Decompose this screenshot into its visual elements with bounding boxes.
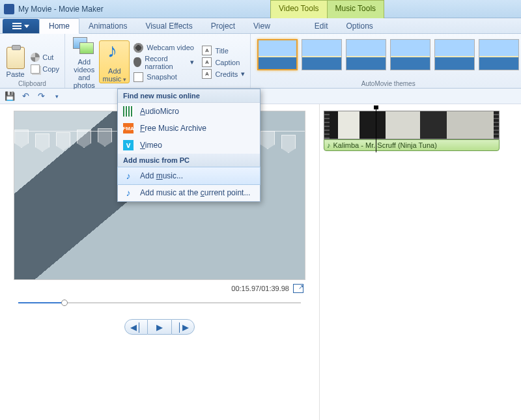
automovie-theme-1[interactable] — [257, 39, 298, 70]
group-label-automovie: AutoMovie themes — [251, 80, 521, 87]
seek-slider[interactable] — [18, 298, 301, 307]
dropdown-item-add-music-current[interactable]: ♪Add music at the current point... — [118, 184, 260, 201]
cut-button[interactable]: Cut — [29, 52, 61, 63]
fma-icon: FMA — [123, 123, 134, 133]
automovie-theme-5[interactable] — [434, 39, 475, 70]
add-music-button[interactable]: Add music ▾ — [99, 40, 130, 83]
caption-icon: A — [202, 57, 212, 67]
tab-edit[interactable]: Edit — [305, 19, 337, 33]
dropdown-header-pc: Add music from PC — [118, 154, 260, 167]
camera-icon — [134, 72, 143, 82]
scissors-icon — [31, 53, 40, 62]
qat-customize[interactable]: ▾ — [51, 91, 63, 102]
music-note-icon: ♪ — [123, 188, 134, 198]
music-note-icon: ♪ — [123, 171, 134, 181]
title-button[interactable]: ATitle — [201, 45, 246, 56]
vimeo-icon: v — [123, 140, 134, 150]
timeline-music-clip[interactable]: ♪ Kalimba - Mr. Scruff (Ninja Tuna) — [324, 139, 500, 151]
automovie-theme-2[interactable] — [302, 39, 342, 70]
webcam-icon — [134, 43, 143, 53]
audiomicro-icon — [123, 106, 134, 117]
photos-icon — [73, 37, 95, 57]
record-narration-button[interactable]: Record narration ▾ — [132, 54, 195, 71]
music-note-icon — [105, 44, 124, 66]
next-frame-button[interactable]: │▶ — [171, 319, 195, 335]
tab-options[interactable]: Options — [337, 19, 382, 33]
dropdown-header-online: Find new music online — [118, 89, 260, 103]
chevron-down-icon: ▾ — [123, 76, 126, 83]
automovie-theme-4[interactable] — [390, 39, 430, 70]
paste-button[interactable]: Paste — [4, 46, 27, 78]
timeline-pane[interactable]: ♪ Kalimba - Mr. Scruff (Ninja Tuna) — [319, 104, 521, 420]
save-button[interactable]: 💾 — [4, 91, 16, 102]
add-music-dropdown: Find new music online AudioMicro FMAFree… — [117, 89, 260, 202]
main-area: 00:15.97/01:39.98 ◀│ ▶ │▶ ♪ Kalimba - Mr… — [0, 104, 521, 420]
fullscreen-button[interactable] — [293, 284, 303, 293]
title-bar: My Movie - Movie Maker Video Tools Music… — [0, 0, 521, 18]
quick-access-toolbar: 💾 ↶ ↷ ▾ — [0, 89, 521, 104]
dropdown-item-add-music[interactable]: ♪Add music... — [117, 167, 260, 185]
play-button[interactable]: ▶ — [148, 319, 171, 335]
context-tab-music-tools[interactable]: Music Tools — [328, 0, 384, 18]
credits-button[interactable]: ACredits ▾ — [201, 68, 246, 79]
window-title: My Movie - Movie Maker — [18, 5, 104, 14]
add-videos-photos-button[interactable]: Add videos and photos — [69, 35, 99, 89]
caption-button[interactable]: ACaption — [201, 57, 246, 68]
title-icon: A — [202, 46, 212, 55]
clipboard-icon — [7, 47, 25, 69]
tab-strip: Home Animations Visual Effects Project V… — [0, 18, 521, 34]
menu-bars-icon — [12, 23, 21, 29]
dropdown-item-free-music-archive[interactable]: FMAFree Music Archive — [118, 120, 260, 137]
group-label-clipboard: Clipboard — [0, 80, 64, 87]
copy-icon — [31, 64, 40, 74]
redo-button[interactable]: ↷ — [35, 91, 47, 102]
music-note-icon: ♪ — [327, 141, 331, 149]
credits-icon: A — [202, 69, 212, 79]
playhead[interactable] — [376, 107, 376, 152]
context-tab-video-tools[interactable]: Video Tools — [270, 0, 328, 18]
tab-visual-effects[interactable]: Visual Effects — [136, 19, 201, 33]
tab-home[interactable]: Home — [39, 18, 79, 34]
dropdown-item-audiomicro[interactable]: AudioMicro — [118, 103, 260, 120]
tab-view[interactable]: View — [244, 19, 279, 33]
undo-button[interactable]: ↶ — [20, 91, 31, 102]
timeline-video-clip[interactable] — [324, 111, 500, 139]
music-clip-label: Kalimba - Mr. Scruff (Ninja Tuna) — [333, 141, 437, 149]
tab-animations[interactable]: Animations — [79, 19, 136, 33]
tab-project[interactable]: Project — [202, 19, 244, 33]
automovie-theme-6[interactable] — [479, 39, 519, 70]
app-icon — [4, 4, 14, 14]
snapshot-button[interactable]: Snapshot — [132, 72, 195, 83]
ribbon: Paste Cut Copy Clipboard Add videos and … — [0, 34, 521, 89]
paste-label: Paste — [4, 70, 27, 78]
chevron-down-icon — [24, 25, 29, 28]
microphone-icon — [134, 57, 141, 67]
webcam-video-button[interactable]: Webcam video — [132, 42, 195, 53]
automovie-theme-3[interactable] — [346, 39, 386, 70]
file-menu-button[interactable] — [3, 19, 39, 33]
copy-button[interactable]: Copy — [29, 64, 61, 74]
previous-frame-button[interactable]: ◀│ — [124, 319, 148, 335]
timecode: 00:15.97/01:39.98 — [231, 285, 289, 292]
dropdown-item-vimeo[interactable]: vVimeo — [118, 137, 260, 154]
